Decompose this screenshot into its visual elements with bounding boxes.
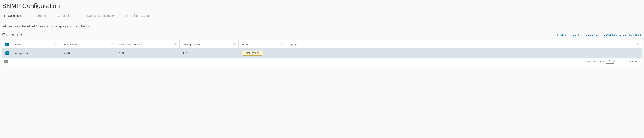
tab-capability-discovery[interactable]: 4 - Capability Discovery xyxy=(81,14,116,20)
select-all-cell xyxy=(2,41,12,48)
tab-agents[interactable]: 2 - Agents xyxy=(32,14,48,20)
column-label: Distribution Factor xyxy=(119,43,142,46)
row-checkbox-cell xyxy=(2,49,12,58)
filter-icon[interactable] xyxy=(281,43,283,46)
table-header-row: Name Load Factor Distribution Factor Pol… xyxy=(2,41,642,49)
delete-button[interactable]: DELETE xyxy=(586,33,598,36)
select-all-checkbox[interactable] xyxy=(6,43,9,46)
column-label: Status xyxy=(241,43,249,46)
plus-icon: + xyxy=(556,33,559,37)
tabs-bar: 1 - Collectors 2 - Agents 3 - Masks 4 - … xyxy=(2,14,642,20)
action-bar: + ADD EDIT DELETE CONFIGURE USING FILES xyxy=(556,33,642,37)
tab-collectors[interactable]: 1 - Collectors xyxy=(2,14,23,20)
page-size-control: Items per page 10 xyxy=(585,59,615,64)
filter-icon[interactable] xyxy=(111,43,114,46)
filter-icon[interactable] xyxy=(54,43,57,46)
row-checkbox[interactable] xyxy=(6,51,9,55)
column-label: agents xyxy=(289,43,297,46)
section-title: Collectors xyxy=(2,32,24,38)
cell-status: Not Synced xyxy=(238,49,286,58)
filter-icon[interactable] xyxy=(636,43,639,46)
pagination-range: 1 - 1 of 1 items xyxy=(620,60,639,63)
edit-button[interactable]: EDIT xyxy=(572,33,580,36)
tab-polling-groups[interactable]: 5 - Polling Groups xyxy=(125,14,152,20)
column-header-polling-period[interactable]: Polling Period xyxy=(180,41,238,48)
items-per-page-label: Items per page xyxy=(585,60,604,63)
page-title: SNMP Configuration xyxy=(2,2,642,9)
footer-right: Items per page 10 1 - 1 of 1 items xyxy=(585,59,639,64)
filter-icon[interactable] xyxy=(233,43,236,46)
cell-distribution-factor: 100 xyxy=(116,49,180,58)
table-row[interactable]: snmp-core 0/5000 100 300 Not Synced 0 xyxy=(2,49,642,58)
selection-count-checkbox[interactable] xyxy=(4,60,8,63)
cell-polling-period: 300 xyxy=(180,49,238,58)
table-footer: 1 Items per page 10 1 - 1 of 1 items xyxy=(2,58,642,65)
configure-using-files-button[interactable]: CONFIGURE USING FILES xyxy=(604,33,642,36)
column-header-load-factor[interactable]: Load Factor xyxy=(60,41,116,48)
section-description: Add and view the added Agents or polling… xyxy=(2,25,642,28)
column-header-status[interactable]: Status xyxy=(238,41,286,48)
status-badge: Not Synced xyxy=(241,51,264,56)
cell-load-factor: 0/5000 xyxy=(60,49,116,58)
filter-icon[interactable] xyxy=(174,43,177,46)
column-header-name[interactable]: Name xyxy=(12,41,60,48)
column-label: Polling Period xyxy=(182,43,200,46)
add-button[interactable]: + ADD xyxy=(556,33,566,37)
section-header: Collectors + ADD EDIT DELETE CONFIGURE U… xyxy=(2,32,642,38)
cell-name: snmp-core xyxy=(12,49,60,58)
collectors-table: Name Load Factor Distribution Factor Pol… xyxy=(2,40,642,65)
column-header-distribution-factor[interactable]: Distribution Factor xyxy=(116,41,180,48)
column-label: Load Factor xyxy=(63,43,78,46)
footer-left: 1 xyxy=(4,60,10,63)
column-label: Name xyxy=(15,43,22,46)
tab-masks[interactable]: 3 - Masks xyxy=(57,14,73,20)
resize-handle[interactable]: :::::::: xyxy=(2,65,642,68)
add-button-label: ADD xyxy=(560,33,566,36)
column-header-agents[interactable]: agents xyxy=(286,41,642,48)
cell-agents: 0 xyxy=(286,49,642,58)
selection-count: 1 xyxy=(9,60,10,63)
items-per-page-select[interactable]: 10 xyxy=(606,59,614,64)
